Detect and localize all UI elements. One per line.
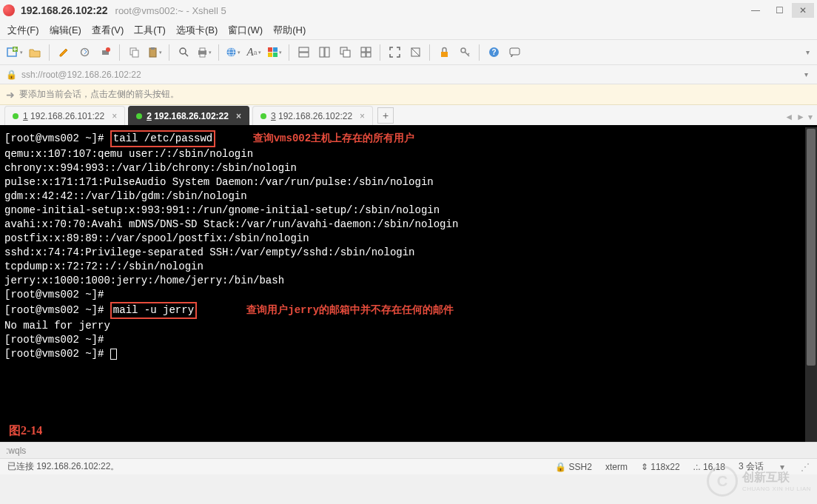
status-bar: 已连接 192.168.26.102:22。 🔒 SSH2 xterm ⇕ 11…: [0, 458, 817, 474]
minimize-button[interactable]: —: [744, 3, 767, 18]
svg-rect-11: [200, 48, 205, 51]
menu-window[interactable]: 窗口(W): [228, 24, 263, 37]
terminal-scrollbar[interactable]: [805, 127, 817, 442]
window-title-main: 192.168.26.102:22: [21, 4, 108, 16]
svg-point-4: [106, 47, 110, 52]
maximize-button[interactable]: ☐: [768, 3, 790, 18]
tab-nav-menu-icon[interactable]: ▾: [808, 112, 813, 122]
cursor-icon: [110, 349, 117, 360]
close-button[interactable]: ✕: [792, 3, 814, 18]
address-lock-icon: 🔒: [6, 70, 17, 80]
svg-rect-19: [299, 47, 309, 52]
tile-cascade-icon[interactable]: [335, 43, 354, 62]
disconnect-icon[interactable]: [95, 43, 115, 62]
copy-icon[interactable]: [124, 43, 144, 62]
color-icon[interactable]: ▾: [265, 43, 284, 62]
find-icon[interactable]: [174, 43, 193, 62]
lock-icon[interactable]: [434, 43, 454, 62]
svg-rect-16: [273, 47, 278, 52]
hint-bar: ➜ 要添加当前会话，点击左侧的箭头按钮。: [0, 84, 817, 105]
globe-icon[interactable]: ▾: [223, 43, 243, 62]
svg-rect-27: [361, 53, 366, 57]
tile-grid-icon[interactable]: [356, 43, 375, 62]
tab-2[interactable]: 2 192.168.26.102:22 ×: [128, 106, 249, 125]
annotation-2: 查询用户jerry的邮箱中并不存在任何的邮件: [246, 304, 454, 316]
figure-label: 图2-14: [9, 423, 42, 437]
svg-rect-6: [132, 50, 138, 57]
svg-rect-22: [325, 47, 329, 57]
tab-3[interactable]: 3 192.168.26.102:22 ×: [252, 106, 373, 125]
hint-arrow-icon[interactable]: ➜: [6, 89, 15, 101]
tab-close-icon[interactable]: ×: [360, 111, 365, 121]
transparency-icon[interactable]: [406, 43, 425, 62]
tile-vert-icon[interactable]: [315, 43, 334, 62]
fullscreen-icon[interactable]: [385, 43, 404, 62]
svg-rect-18: [273, 53, 278, 57]
key-icon[interactable]: [455, 43, 474, 62]
command-bar[interactable]: :wqls: [0, 442, 817, 458]
menu-help[interactable]: 帮助(H): [273, 24, 306, 37]
svg-rect-8: [151, 47, 155, 50]
session-tabs: 1 192.168.26.101:22 × 2 192.168.26.102:2…: [0, 105, 817, 127]
svg-rect-28: [366, 53, 371, 57]
svg-rect-15: [268, 47, 272, 52]
edit-pencil-icon[interactable]: [54, 43, 73, 62]
address-input[interactable]: [21, 70, 797, 80]
menu-view[interactable]: 查看(V): [92, 24, 124, 37]
tab-nav-prev-icon[interactable]: ◄: [784, 112, 793, 122]
svg-rect-26: [366, 47, 371, 52]
svg-rect-20: [299, 53, 309, 57]
svg-rect-21: [320, 47, 324, 57]
open-icon[interactable]: [25, 43, 44, 62]
status-size: ⇕ 118x22: [641, 462, 680, 472]
toolbar-overflow-icon[interactable]: ▾: [803, 48, 813, 56]
tile-horiz-icon[interactable]: [294, 43, 313, 62]
menu-edit[interactable]: 编辑(E): [50, 24, 81, 37]
help-icon[interactable]: ?: [484, 43, 503, 62]
tab-close-icon[interactable]: ×: [112, 111, 117, 121]
paste-icon[interactable]: ▾: [145, 43, 164, 62]
status-dot-icon: [260, 113, 266, 119]
svg-rect-12: [200, 54, 205, 57]
status-connection: 已连接 192.168.26.102:22。: [7, 460, 119, 473]
tab-close-icon[interactable]: ×: [236, 111, 241, 121]
status-dot-icon: [136, 113, 142, 119]
address-bar: 🔒 ▾: [0, 65, 817, 84]
annotation-1: 查询vms002主机上存在的所有用户: [253, 132, 414, 144]
reconnect-icon[interactable]: [75, 43, 94, 62]
toolbar: ▾ ▾ ▾ ▾ Aa▾ ▾ ? ▾: [0, 40, 817, 65]
terminal[interactable]: [root@vms002 ~]# tail /etc/passwd 查询vms0…: [0, 127, 817, 442]
font-icon[interactable]: Aa▾: [244, 43, 263, 62]
hint-text: 要添加当前会话，点击左侧的箭头按钮。: [19, 88, 179, 101]
svg-text:?: ?: [491, 48, 496, 56]
cmd-highlight-1: tail /etc/passwd: [110, 130, 215, 147]
add-tab-button[interactable]: +: [377, 107, 394, 124]
svg-point-9: [180, 48, 186, 54]
menu-bar: 文件(F) 编辑(E) 查看(V) 工具(T) 选项卡(B) 窗口(W) 帮助(…: [0, 21, 817, 40]
new-session-icon[interactable]: ▾: [4, 43, 24, 62]
app-logo-icon: [3, 4, 15, 16]
watermark-logo-icon: C: [707, 466, 738, 497]
svg-rect-24: [343, 50, 350, 57]
status-proto: 🔒 SSH2: [555, 462, 592, 472]
menu-file[interactable]: 文件(F): [7, 24, 39, 37]
address-overflow-icon[interactable]: ▾: [801, 70, 811, 78]
menu-tabs[interactable]: 选项卡(B): [176, 24, 218, 37]
status-term: xterm: [605, 462, 628, 472]
tab-nav-next-icon[interactable]: ►: [796, 112, 805, 122]
title-bar: 192.168.26.102:22 root@vms002:~ - Xshell…: [0, 0, 817, 21]
status-dot-icon: [13, 113, 19, 119]
svg-rect-34: [510, 48, 520, 55]
svg-rect-17: [268, 53, 272, 57]
menu-tools[interactable]: 工具(T): [134, 24, 166, 37]
svg-rect-30: [441, 52, 448, 57]
watermark: C 创新互联 CHUANG XIN HU LIAN: [707, 466, 811, 497]
window-title-sub: root@vms002:~ - Xshell 5: [115, 5, 226, 16]
tab-1[interactable]: 1 192.168.26.101:22 ×: [4, 106, 125, 125]
cmd-highlight-2: mail -u jerry: [110, 302, 197, 319]
chat-icon[interactable]: [505, 43, 524, 62]
svg-rect-25: [361, 47, 366, 52]
print-icon[interactable]: ▾: [195, 43, 214, 62]
